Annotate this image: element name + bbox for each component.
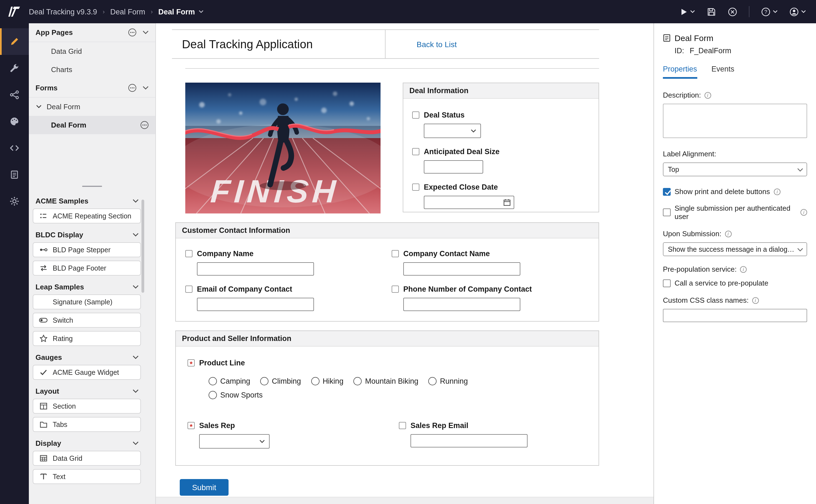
rail-item-code[interactable] <box>0 135 29 161</box>
palette-section-display[interactable]: Display <box>29 435 155 451</box>
tree-item-data-grid[interactable]: Data Grid <box>29 42 155 60</box>
upon-submission-select[interactable]: Show the success message in a dialog and… <box>663 242 807 256</box>
field-checkbox[interactable] <box>399 422 406 429</box>
radio-option-snow-sports[interactable]: Snow Sports <box>208 391 263 399</box>
radio-option-hiking[interactable]: Hiking <box>311 377 343 385</box>
more-options-icon[interactable] <box>128 28 136 37</box>
palette-item-acme-repeating-section[interactable]: ACME Repeating Section <box>33 208 141 223</box>
field-checkbox[interactable] <box>412 148 420 155</box>
prepopulation-checkbox[interactable] <box>663 279 671 287</box>
chevron-down-icon[interactable] <box>133 285 139 289</box>
company-name-input[interactable] <box>197 262 314 276</box>
contact-phone-input[interactable] <box>403 298 520 311</box>
breadcrumb-app[interactable]: Deal Tracking v9.3.9 <box>29 7 97 16</box>
info-icon[interactable] <box>800 209 807 216</box>
rail-item-designer[interactable] <box>0 28 29 55</box>
form-title-cell[interactable]: Deal Tracking Application <box>172 30 385 58</box>
info-icon[interactable] <box>752 297 759 304</box>
sidebar-scrollbar[interactable] <box>141 200 144 293</box>
chevron-down-icon[interactable] <box>133 355 139 359</box>
contact-email-input[interactable] <box>197 298 314 311</box>
field-checkbox[interactable] <box>391 250 399 257</box>
palette-section-bldc-display[interactable]: BLDC Display <box>29 227 155 242</box>
user-menu-button[interactable] <box>789 7 806 16</box>
info-icon[interactable] <box>725 230 731 237</box>
breadcrumb-current[interactable]: Deal Form <box>158 7 204 16</box>
app-logo-icon[interactable] <box>0 6 29 17</box>
tree-item-deal-form-selected[interactable]: Deal Form <box>29 116 155 134</box>
breadcrumb-section[interactable]: Deal Form <box>110 7 145 16</box>
field-checkbox[interactable] <box>391 286 399 293</box>
tree-item-charts[interactable]: Charts <box>29 60 155 79</box>
palette-item-tabs[interactable]: Tabs <box>33 417 141 432</box>
submit-button[interactable]: Submit <box>180 479 228 496</box>
radio-option-camping[interactable]: Camping <box>208 377 250 385</box>
tab-events[interactable]: Events <box>711 65 734 79</box>
save-button[interactable] <box>707 7 716 16</box>
radio-option-running[interactable]: Running <box>428 377 468 385</box>
field-checkbox[interactable] <box>185 286 192 293</box>
close-button[interactable] <box>728 7 737 16</box>
radio-option-climbing[interactable]: Climbing <box>260 377 301 385</box>
show-print-row[interactable]: Show print and delete buttons <box>663 187 807 196</box>
chevron-down-icon[interactable] <box>133 441 139 445</box>
info-icon[interactable] <box>704 92 711 98</box>
deal-information-section[interactable]: Deal Information Deal Status <box>403 83 599 212</box>
tree-parent-deal-form[interactable]: Deal Form <box>29 98 155 116</box>
rail-item-settings[interactable] <box>0 188 29 215</box>
description-textarea[interactable] <box>663 104 807 138</box>
sales-rep-select[interactable] <box>199 434 269 449</box>
single-submission-row[interactable]: Single submission per authenticated user <box>663 204 807 221</box>
info-icon[interactable] <box>740 266 747 273</box>
panel-resize-handle[interactable] <box>29 183 155 190</box>
deal-size-input[interactable] <box>424 160 483 174</box>
info-icon[interactable] <box>774 188 781 195</box>
palette-item-rating[interactable]: Rating <box>33 331 141 346</box>
palette-item-bld-page-stepper[interactable]: BLD Page Stepper <box>33 242 141 257</box>
chevron-down-icon[interactable] <box>143 86 149 90</box>
chevron-down-icon[interactable] <box>133 199 139 203</box>
rail-item-tools[interactable] <box>0 55 29 82</box>
rail-item-workflow[interactable] <box>0 82 29 108</box>
palette-section-leap-samples[interactable]: Leap Samples <box>29 279 155 294</box>
run-button[interactable] <box>680 7 695 16</box>
field-checkbox[interactable] <box>412 111 420 119</box>
chevron-down-icon[interactable] <box>133 233 139 236</box>
product-seller-section[interactable]: Product and Seller Information * Product… <box>175 330 599 466</box>
palette-item-text[interactable]: Text <box>33 469 141 484</box>
palette-item-acme-gauge-widget[interactable]: ACME Gauge Widget <box>33 365 141 380</box>
palette-section-gauges[interactable]: Gauges <box>29 349 155 365</box>
section-header-app-pages[interactable]: App Pages <box>29 23 155 42</box>
label-alignment-select[interactable]: Top <box>663 162 807 176</box>
radio-option-mountain-biking[interactable]: Mountain Biking <box>353 377 418 385</box>
custom-css-input[interactable] <box>663 309 807 322</box>
chevron-down-icon[interactable] <box>133 389 139 393</box>
more-options-icon[interactable] <box>128 84 136 92</box>
chevron-down-icon[interactable] <box>143 30 149 34</box>
field-checkbox[interactable] <box>412 184 420 191</box>
field-checkbox[interactable] <box>185 250 192 257</box>
calendar-icon[interactable] <box>503 198 511 206</box>
more-options-icon[interactable] <box>140 121 149 129</box>
single-submission-checkbox[interactable] <box>663 208 671 216</box>
palette-item-switch[interactable]: Switch <box>33 313 141 328</box>
palette-section-layout[interactable]: Layout <box>29 383 155 399</box>
palette-item-section[interactable]: Section <box>33 399 141 414</box>
rail-item-theme[interactable] <box>0 108 29 135</box>
close-date-input[interactable] <box>424 196 514 209</box>
customer-contact-section[interactable]: Customer Contact Information Company Nam… <box>175 222 599 322</box>
rail-item-forms[interactable] <box>0 161 29 188</box>
back-to-list-link[interactable]: Back to List <box>417 40 457 49</box>
tab-properties[interactable]: Properties <box>663 65 697 79</box>
show-print-checkbox[interactable] <box>663 188 671 195</box>
contact-name-input[interactable] <box>403 262 520 276</box>
sales-rep-email-input[interactable] <box>411 434 528 447</box>
help-button[interactable]: ? <box>761 7 778 16</box>
palette-item-signature-sample[interactable]: Signature (Sample) <box>33 294 141 309</box>
palette-item-bld-page-footer[interactable]: BLD Page Footer <box>33 261 141 276</box>
prepopulation-option-row[interactable]: Call a service to pre-populate <box>663 279 807 287</box>
hero-image[interactable]: FINISH <box>185 83 380 213</box>
palette-item-data-grid[interactable]: Data Grid <box>33 451 141 466</box>
deal-status-select[interactable] <box>424 124 481 138</box>
palette-section-acme-samples[interactable]: ACME Samples <box>29 193 155 208</box>
